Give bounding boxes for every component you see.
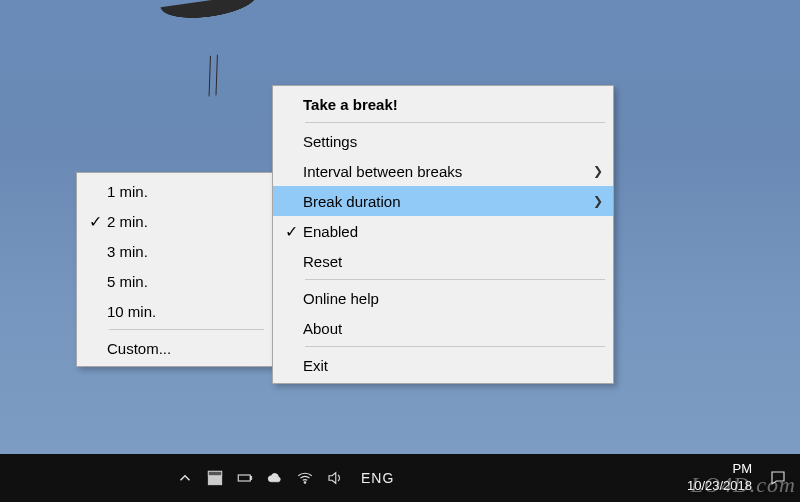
menu-separator	[305, 279, 605, 280]
taskbar: ENG PM 10/23/2018	[0, 454, 800, 502]
svg-point-4	[304, 482, 306, 484]
submenu-item-3min[interactable]: 3 min.	[77, 236, 272, 266]
submenu-label: 2 min.	[107, 213, 262, 230]
menu-item-exit[interactable]: Exit	[273, 350, 613, 380]
submenu-item-1min[interactable]: 1 min.	[77, 176, 272, 206]
menu-label: About	[303, 320, 603, 337]
tray-chevron-up-icon[interactable]	[175, 468, 195, 488]
menu-item-interval[interactable]: Interval between breaks ❯	[273, 156, 613, 186]
tray-app-icon[interactable]	[205, 468, 225, 488]
menu-label: Reset	[303, 253, 603, 270]
menu-item-enabled[interactable]: Enabled	[273, 216, 613, 246]
menu-item-reset[interactable]: Reset	[273, 246, 613, 276]
menu-label: Interval between breaks	[303, 163, 585, 180]
chevron-right-icon: ❯	[593, 194, 603, 208]
svg-rect-3	[250, 477, 252, 480]
action-center-icon[interactable]	[766, 466, 790, 490]
menu-label: Settings	[303, 133, 603, 150]
menu-label: Online help	[303, 290, 603, 307]
tray-cloud-icon[interactable]	[265, 468, 285, 488]
menu-title-label: Take a break!	[303, 96, 603, 113]
clock-time-suffix: PM	[687, 461, 752, 478]
menu-label: Break duration	[303, 193, 585, 210]
svg-rect-2	[238, 475, 250, 481]
menu-separator	[109, 329, 264, 330]
tray-wifi-icon[interactable]	[295, 468, 315, 488]
submenu-label: 10 min.	[107, 303, 262, 320]
submenu-item-10min[interactable]: 10 min.	[77, 296, 272, 326]
taskbar-clock[interactable]: PM 10/23/2018	[687, 461, 752, 495]
language-indicator[interactable]: ENG	[361, 470, 394, 486]
menu-label: Enabled	[303, 223, 603, 240]
menu-item-help[interactable]: Online help	[273, 283, 613, 313]
menu-item-title[interactable]: Take a break!	[273, 89, 613, 119]
menu-separator	[305, 122, 605, 123]
submenu-label: Custom...	[107, 340, 262, 357]
submenu-label: 5 min.	[107, 273, 262, 290]
submenu-item-2min[interactable]: 2 min.	[77, 206, 272, 236]
tray-volume-icon[interactable]	[325, 468, 345, 488]
check-icon	[83, 212, 107, 231]
system-tray: ENG	[0, 468, 687, 488]
clock-date: 10/23/2018	[687, 478, 752, 495]
tray-battery-icon[interactable]	[235, 468, 255, 488]
check-icon	[279, 222, 303, 241]
submenu-item-custom[interactable]: Custom...	[77, 333, 272, 363]
menu-item-duration[interactable]: Break duration ❯	[273, 186, 613, 216]
menu-item-settings[interactable]: Settings	[273, 126, 613, 156]
menu-separator	[305, 346, 605, 347]
submenu-item-5min[interactable]: 5 min.	[77, 266, 272, 296]
submenu-label: 1 min.	[107, 183, 262, 200]
chevron-right-icon: ❯	[593, 164, 603, 178]
context-menu: Take a break! Settings Interval between …	[272, 85, 614, 384]
menu-label: Exit	[303, 357, 603, 374]
menu-item-about[interactable]: About	[273, 313, 613, 343]
submenu-label: 3 min.	[107, 243, 262, 260]
svg-rect-1	[208, 471, 222, 476]
submenu-break-duration: 1 min. 2 min. 3 min. 5 min. 10 min. Cust…	[76, 172, 273, 367]
taskbar-right: PM 10/23/2018	[687, 461, 800, 495]
